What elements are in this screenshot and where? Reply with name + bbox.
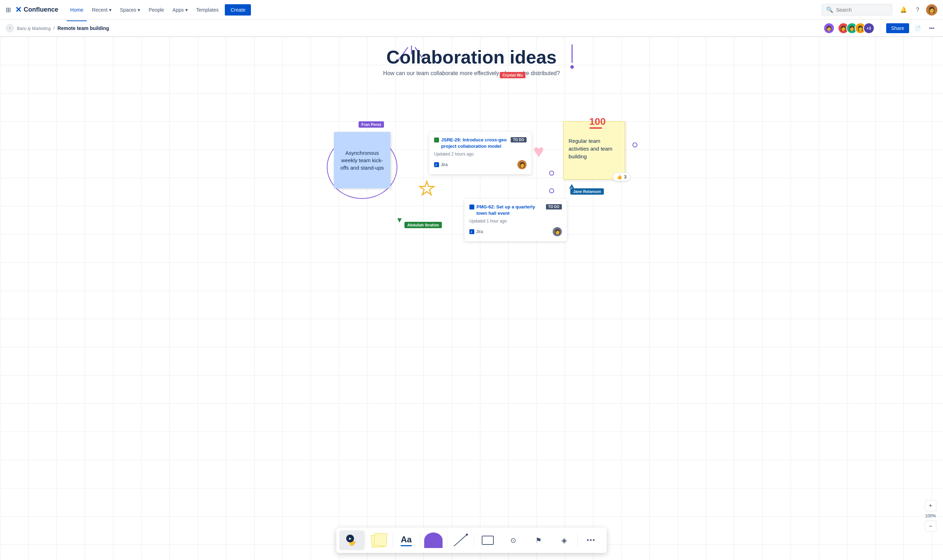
toolbar-frame[interactable] bbox=[475, 531, 500, 550]
sticky-yellow-text: Regular team activities and team buildin… bbox=[568, 137, 620, 160]
sidebar-toggle[interactable]: › bbox=[6, 24, 14, 32]
search-input[interactable] bbox=[836, 7, 878, 13]
toolbar-stamp-icon: ⚑ bbox=[536, 536, 542, 545]
jira-card-2-title: PMG-62: Set up a quarterly town hall eve… bbox=[469, 204, 544, 217]
publish-icon[interactable]: 📄 bbox=[912, 23, 923, 34]
canvas-subtitle: How can our team collaborate more effect… bbox=[383, 70, 560, 77]
svg-text:J: J bbox=[435, 163, 437, 166]
toolbar-aa-icon: Aa bbox=[401, 535, 412, 545]
confluence-logo-icon: ✕ bbox=[15, 5, 22, 14]
toolbar-sticky[interactable] bbox=[366, 531, 392, 550]
notifications-icon[interactable]: 🔔 bbox=[898, 4, 909, 15]
nav-apps[interactable]: Apps ▾ bbox=[169, 5, 191, 15]
logo-text: Confluence bbox=[24, 6, 58, 14]
svg-rect-15 bbox=[482, 536, 493, 545]
toolbar-gem-icon: ◈ bbox=[562, 536, 567, 545]
canvas-title: Collaboration ideas bbox=[383, 47, 560, 67]
nav-templates[interactable]: Templates bbox=[193, 5, 222, 15]
toolbar-div-4 bbox=[447, 533, 447, 547]
avatar-count: +3 bbox=[863, 23, 875, 34]
nav-recent[interactable]: Recent ▾ bbox=[88, 5, 115, 15]
toolbar-shape-icon bbox=[424, 532, 443, 548]
main-title-section: Collaboration ideas How can our team col… bbox=[383, 47, 560, 77]
toolbar-lasso[interactable]: ⊙ bbox=[500, 531, 526, 550]
jira-card-1-header: JSRE-29: Introduce cross-geo project col… bbox=[434, 137, 526, 149]
nav-spaces[interactable]: Spaces ▾ bbox=[116, 5, 144, 15]
toolbar-div-2 bbox=[392, 533, 393, 547]
heart-decoration: ♥ bbox=[533, 141, 544, 162]
nav-home[interactable]: Home bbox=[67, 5, 87, 15]
jira-card-2-key: PMG-62: bbox=[477, 204, 496, 209]
logo[interactable]: ✕ Confluence bbox=[15, 5, 58, 14]
jira-card-1-status: TO DO bbox=[511, 137, 526, 143]
thumbs-icon: 👍 bbox=[617, 174, 622, 180]
jira-card-1[interactable]: JSRE-29: Introduce cross-geo project col… bbox=[429, 132, 531, 174]
jira-green-icon bbox=[434, 137, 439, 143]
collaborator-avatars: 👩 👩 👩 👩 +3 bbox=[823, 23, 875, 34]
grid-icon[interactable]: ⊞ bbox=[6, 6, 11, 14]
avatar-1: 👩 bbox=[823, 23, 835, 34]
toolbar-div-3 bbox=[420, 533, 420, 547]
toolbar-line[interactable] bbox=[448, 531, 473, 550]
jira-source-2: J Jira bbox=[469, 229, 483, 234]
create-button[interactable]: Create bbox=[225, 4, 251, 15]
share-button[interactable]: Share bbox=[886, 23, 909, 33]
navbar: ⊞ ✕ Confluence Home Recent ▾ Spaces ▾ Pe… bbox=[0, 0, 943, 20]
toolbar-div-1 bbox=[365, 533, 366, 547]
jira-blue-icon bbox=[469, 205, 474, 209]
toolbar-aa-underline bbox=[401, 545, 412, 546]
toolbar-lasso-icon: ⊙ bbox=[510, 536, 516, 545]
jira-card-2-header: PMG-62: Set up a quarterly town hall eve… bbox=[469, 204, 562, 217]
search-box[interactable]: 🔍 bbox=[822, 4, 892, 15]
breadcrumb-bar: › Banc.ly Marketing / Remote team buildi… bbox=[0, 20, 943, 37]
jira-source-1: J Jira bbox=[434, 162, 448, 167]
jira-card-1-key: JSRE-29: bbox=[441, 137, 463, 143]
jira-avatar-2: 👩 bbox=[553, 227, 562, 236]
search-icon: 🔍 bbox=[826, 6, 833, 13]
user-avatar[interactable]: 👩 bbox=[926, 4, 937, 15]
sticky-front bbox=[374, 533, 387, 546]
abdullah-cursor-arrow bbox=[397, 218, 401, 223]
svg-marker-12 bbox=[397, 218, 401, 223]
zoom-in-button[interactable]: + bbox=[925, 500, 936, 511]
toolbar-play-icon: ▶ bbox=[346, 535, 354, 542]
page-title: Remote team building bbox=[57, 25, 109, 31]
toolbar-gem[interactable]: ◈ bbox=[551, 531, 577, 550]
jira-card-1-footer: J Jira 👩 bbox=[434, 160, 526, 169]
toolbar-more[interactable]: ••• bbox=[579, 531, 604, 550]
jira-card-2-footer: J Jira 👩 bbox=[469, 227, 562, 236]
nav-icon-group: 🔔 ? 👩 bbox=[898, 4, 937, 15]
canvas-container: Collaboration ideas How can our team col… bbox=[0, 37, 943, 560]
toolbar-text[interactable]: Aa bbox=[394, 531, 419, 550]
fran-label: Fran Perez bbox=[358, 121, 384, 128]
jira-card-2-updated: Updated 1 hour ago bbox=[469, 218, 562, 223]
sticky-note-yellow[interactable]: 100 Regular team activities and team bui… bbox=[563, 121, 625, 180]
canvas-content[interactable]: Collaboration ideas How can our team col… bbox=[0, 37, 943, 560]
help-icon[interactable]: ? bbox=[912, 4, 923, 15]
jira-logo-1: J bbox=[434, 162, 439, 167]
bottom-toolbar: ▶ ✋ Aa ⊙ ⚑ bbox=[336, 528, 607, 553]
zoom-out-button[interactable]: − bbox=[925, 520, 936, 532]
more-options-icon[interactable]: ••• bbox=[926, 23, 937, 34]
breadcrumb-parent: Banc.ly Marketing bbox=[17, 25, 51, 31]
jira-card-2[interactable]: PMG-62: Set up a quarterly town hall eve… bbox=[465, 199, 567, 241]
toolbar-frame-icon bbox=[482, 535, 494, 545]
jira-avatar-1: 👩 bbox=[517, 160, 526, 169]
deco-exclaim bbox=[563, 43, 581, 71]
toolbar-shape[interactable] bbox=[421, 531, 446, 550]
svg-text:J: J bbox=[471, 230, 472, 234]
nav-people[interactable]: People bbox=[145, 5, 168, 15]
sticky-stack-icon bbox=[370, 532, 388, 548]
toolbar-select[interactable]: ▶ ✋ bbox=[339, 531, 364, 550]
radio-circle-1 bbox=[633, 143, 637, 148]
toolbar-stamp[interactable]: ⚑ bbox=[526, 531, 551, 550]
sticky-note-blue[interactable]: Asynchronous weekly team kick-offs and s… bbox=[334, 132, 390, 188]
svg-point-14 bbox=[466, 534, 468, 536]
toolbar-select-inner: ▶ ✋ bbox=[345, 533, 359, 547]
jira-card-1-title: JSRE-29: Introduce cross-geo project col… bbox=[434, 137, 509, 149]
thumbs-badge[interactable]: 👍 3 bbox=[613, 172, 630, 181]
radio-circle-2 bbox=[549, 171, 554, 175]
toolbar-div-6 bbox=[577, 533, 578, 547]
jira-card-2-status: TO DO bbox=[546, 204, 562, 209]
sticky-blue-text: Asynchronous weekly team kick-offs and s… bbox=[340, 149, 385, 171]
